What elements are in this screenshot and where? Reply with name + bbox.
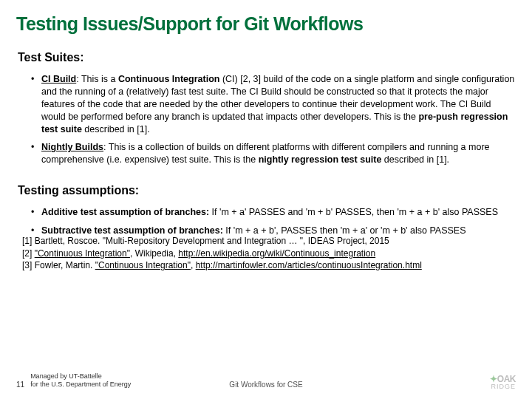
slide: Testing Issues/Support for Git Workflows… bbox=[0, 0, 532, 399]
ci-text-3: described in [1]. bbox=[82, 124, 150, 134]
assumptions-list: Additive test assumption of branches: If… bbox=[16, 206, 516, 237]
nb-text-2: described in [1]. bbox=[381, 154, 449, 165]
ci-text-1: : This is a bbox=[76, 74, 118, 84]
ci-text-bold: Continuous Integration bbox=[118, 74, 219, 84]
additive-label: Additive test assumption of branches: bbox=[41, 207, 209, 217]
heading-assumptions: Testing assumptions: bbox=[18, 184, 516, 197]
subtractive-text: If 'm + a + b', PASSES then 'm + a' or '… bbox=[223, 225, 466, 236]
ref-2-link[interactable]: http://en.wikipedia.org/wiki/Continuous_… bbox=[178, 248, 375, 259]
managed-line-1: Managed by UT-Battelle bbox=[30, 372, 131, 381]
subtractive-label: Subtractive test assumption of branches: bbox=[41, 225, 223, 236]
heading-test-suites: Test Suites: bbox=[18, 51, 516, 64]
logo-ridge: RIDGE bbox=[490, 383, 516, 390]
ref-3-link[interactable]: http://martinfowler.com/articles/continu… bbox=[196, 260, 422, 270]
slide-title: Testing Issues/Support for Git Workflows bbox=[16, 13, 516, 35]
ref-2-num: [2] bbox=[22, 248, 35, 259]
ref-3: [3] Fowler, Martin. "Continuous Integrat… bbox=[22, 260, 422, 272]
nb-text-bold: nightly regression test suite bbox=[259, 154, 382, 165]
test-suites-list: CI Build: This is a Continuous Integrati… bbox=[16, 73, 516, 166]
bullet-additive: Additive test assumption of branches: If… bbox=[31, 206, 516, 219]
additive-text: If 'm + a' PASSES and 'm + b' PASSES, th… bbox=[209, 207, 498, 217]
ref-3-num: [3] Fowler, Martin. bbox=[22, 260, 95, 270]
ref-2: [2] "Continuous Integration", Wikipedia,… bbox=[22, 248, 422, 260]
ref-2-sep: , Wikipedia, bbox=[130, 248, 178, 259]
ref-2-title: "Continuous Integration" bbox=[35, 248, 130, 259]
nightly-label: Nightly Builds bbox=[41, 142, 103, 152]
oak-ridge-logo: ✦OAK RIDGE bbox=[490, 374, 516, 390]
bullet-nightly-builds: Nightly Builds: This is a collection of … bbox=[31, 141, 516, 166]
ref-3-sep: , bbox=[191, 260, 196, 270]
bullet-ci-build: CI Build: This is a Continuous Integrati… bbox=[31, 73, 516, 135]
ref-3-title: "Continuous Integration" bbox=[95, 260, 191, 270]
ci-build-label: CI Build bbox=[41, 74, 76, 84]
footer-center: Git Workflows for CSE bbox=[0, 381, 532, 389]
ref-1: [1] Bartlett, Roscoe. "Multi-Repository … bbox=[22, 236, 422, 248]
references: [1] Bartlett, Roscoe. "Multi-Repository … bbox=[22, 236, 422, 273]
